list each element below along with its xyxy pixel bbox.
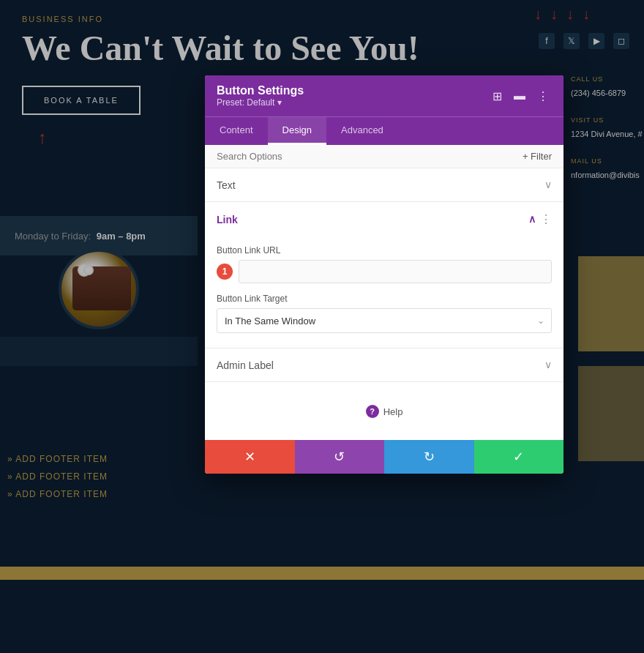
text-accordion-header[interactable]: Text ∨ [205,168,564,201]
help-icon: ? [366,405,379,418]
target-label: Button Link Target [217,294,552,304]
panel-preset[interactable]: Preset: Default ▾ [217,97,304,108]
filter-label: + Filter [523,151,552,162]
panel-tabs: Content Design Advanced [205,116,564,145]
help-label: Help [383,406,403,417]
url-field-label: Button Link URL [217,245,552,255]
step-badge: 1 [217,264,233,280]
link-chevron-icon: ∧ [528,213,536,225]
tab-content[interactable]: Content [205,117,268,145]
filter-button[interactable]: + Filter [523,151,552,162]
cancel-button[interactable]: ✕ [205,440,295,474]
panel-header-actions: ⊞ ▬ ⋮ [490,88,552,105]
link-more-button[interactable]: ⋮ [540,212,552,226]
help-section: ? Help [205,382,564,440]
search-bar: + Filter [205,145,564,168]
link-accordion: Link ∧ ⋮ Button Link URL 1 Button Link T… [205,202,564,348]
link-accordion-title: Link [217,214,238,225]
admin-label-header[interactable]: Admin Label ∨ [205,348,564,381]
link-accordion-actions: ∧ ⋮ [528,212,552,226]
columns-button[interactable]: ▬ [511,88,528,104]
admin-chevron-icon: ∨ [544,359,552,371]
panel-body: + Filter Text ∨ Link ∧ ⋮ Button Link URL [205,145,564,440]
save-button[interactable]: ✓ [474,440,564,474]
tab-advanced[interactable]: Advanced [326,117,398,145]
redo-icon: ↻ [424,449,435,465]
url-row: 1 [217,260,552,283]
fullscreen-button[interactable]: ⊞ [490,88,505,105]
undo-button[interactable]: ↺ [295,440,385,474]
panel-footer: ✕ ↺ ↻ ✓ [205,440,564,474]
undo-icon: ↺ [334,449,345,465]
tab-design[interactable]: Design [268,117,326,145]
admin-label-title: Admin Label [217,359,274,371]
help-button[interactable]: ? Help [366,405,403,418]
more-options-button[interactable]: ⋮ [534,88,552,105]
url-input[interactable] [239,260,552,283]
save-icon: ✓ [513,449,524,465]
link-body: Button Link URL 1 Button Link Target In … [205,236,564,348]
text-accordion: Text ∨ [205,168,564,202]
admin-label-accordion: Admin Label ∨ [205,348,564,382]
panel-title: Button Settings [217,84,304,97]
redo-button[interactable]: ↻ [384,440,474,474]
text-chevron-icon: ∨ [544,179,552,191]
panel-title-group: Button Settings Preset: Default ▾ [217,84,304,108]
search-input[interactable] [217,151,523,162]
button-settings-panel: Button Settings Preset: Default ▾ ⊞ ▬ ⋮ … [205,75,564,474]
link-accordion-header[interactable]: Link ∧ ⋮ [205,202,564,236]
panel-header: Button Settings Preset: Default ▾ ⊞ ▬ ⋮ [205,75,564,116]
target-select[interactable]: In The Same Window In The New Tab In The… [217,308,552,333]
target-select-wrapper: In The Same Window In The New Tab In The… [217,308,552,333]
text-accordion-title: Text [217,179,236,191]
cancel-icon: ✕ [244,449,255,465]
